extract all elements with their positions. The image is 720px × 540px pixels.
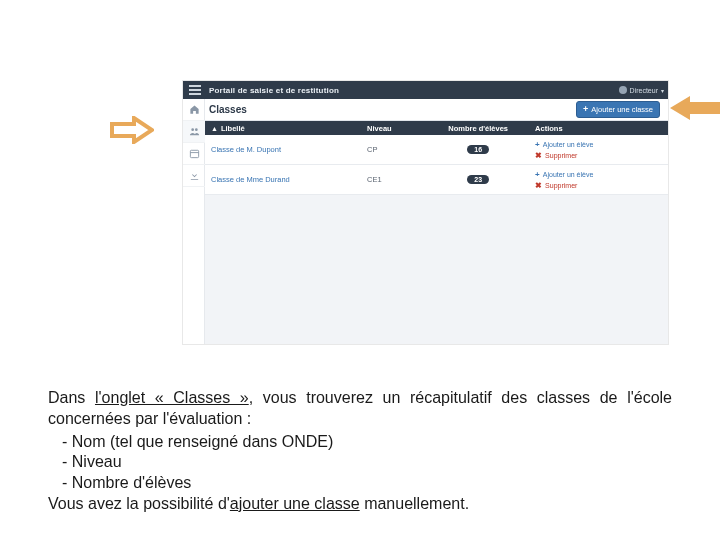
th-nombre[interactable]: Nombre d'élèves — [427, 124, 529, 133]
sidebar-item-calendar[interactable] — [183, 143, 205, 165]
download-icon — [189, 170, 200, 181]
page-title: Classes — [209, 104, 247, 115]
delete-button[interactable]: ✖ Supprimer — [535, 151, 668, 160]
user-role-label: Directeur — [630, 87, 658, 94]
portal-title: Portail de saisie et de restitution — [209, 86, 339, 95]
sidebar-item-download[interactable] — [183, 165, 205, 187]
svg-point-1 — [194, 128, 197, 131]
th-actions: Actions — [529, 124, 668, 133]
add-student-button[interactable]: + Ajouter un élève — [535, 170, 668, 179]
bullet-item: Niveau — [62, 452, 672, 473]
count-badge: 23 — [467, 175, 489, 184]
caption-line2: Vous avez la possibilité d'ajouter une c… — [48, 494, 672, 515]
sidebar — [183, 99, 205, 344]
plus-icon: + — [535, 170, 540, 179]
table-row: Classe de M. Dupont CP 16 + Ajouter un é… — [205, 135, 668, 165]
caret-down-icon: ▾ — [661, 87, 664, 94]
add-class-label: Ajouter une classe — [591, 105, 653, 114]
cell-niveau: CP — [367, 145, 427, 154]
menu-icon[interactable] — [189, 85, 201, 95]
page-subheader: Classes + Ajouter une classe — [183, 99, 668, 121]
home-icon — [189, 104, 200, 115]
class-link[interactable]: Classe de Mme Durand — [211, 175, 290, 184]
table-header-row: ▲ Libellé Niveau Nombre d'élèves Actions — [205, 121, 668, 135]
plus-icon: + — [583, 105, 588, 114]
plus-icon: + — [535, 140, 540, 149]
callout-arrow-left-icon — [670, 96, 720, 120]
sidebar-item-classes[interactable] — [183, 121, 205, 143]
embedded-screenshot: Portail de saisie et de restitution Dire… — [182, 80, 669, 345]
bullet-item: Nom (tel que renseigné dans ONDE) — [62, 432, 672, 453]
sort-asc-icon: ▲ — [211, 125, 218, 132]
instruction-caption: Dans l'onglet « Classes », vous trouvere… — [48, 388, 672, 517]
svg-rect-2 — [190, 150, 198, 157]
delete-button[interactable]: ✖ Supprimer — [535, 181, 668, 190]
add-class-button[interactable]: + Ajouter une classe — [576, 101, 660, 118]
table-row: Classe de Mme Durand CE1 23 + Ajouter un… — [205, 165, 668, 195]
classes-table: ▲ Libellé Niveau Nombre d'élèves Actions… — [205, 121, 668, 344]
th-libelle[interactable]: ▲ Libellé — [205, 124, 367, 133]
avatar-icon — [619, 86, 627, 94]
app-topbar: Portail de saisie et de restitution Dire… — [183, 81, 668, 99]
row-actions: + Ajouter un élève ✖ Supprimer — [535, 170, 668, 190]
class-link[interactable]: Classe de M. Dupont — [211, 145, 281, 154]
callout-arrow-right-icon — [110, 116, 154, 144]
count-badge: 16 — [467, 145, 489, 154]
sidebar-item-home[interactable] — [183, 99, 205, 121]
caption-line1: Dans l'onglet « Classes », vous trouvere… — [48, 388, 672, 430]
svg-point-0 — [191, 128, 194, 131]
delete-icon: ✖ — [535, 151, 542, 160]
user-chip[interactable]: Directeur ▾ — [619, 86, 664, 94]
caption-bullets: Nom (tel que renseigné dans ONDE) Niveau… — [48, 432, 672, 494]
th-niveau[interactable]: Niveau — [367, 124, 427, 133]
classes-icon — [189, 126, 200, 137]
add-student-button[interactable]: + Ajouter un élève — [535, 140, 668, 149]
delete-icon: ✖ — [535, 181, 542, 190]
row-actions: + Ajouter un élève ✖ Supprimer — [535, 140, 668, 160]
cell-niveau: CE1 — [367, 175, 427, 184]
calendar-icon — [189, 148, 200, 159]
bullet-item: Nombre d'élèves — [62, 473, 672, 494]
